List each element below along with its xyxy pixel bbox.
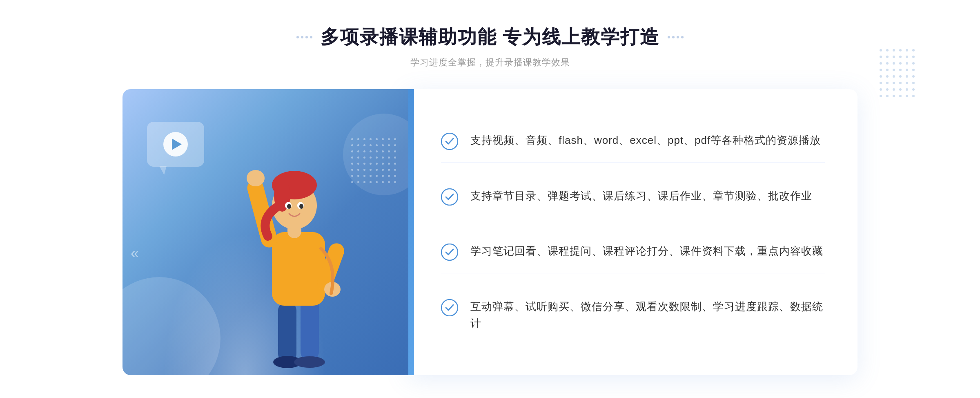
svg-point-20 (441, 300, 458, 316)
play-icon (163, 132, 188, 157)
svg-rect-4 (272, 232, 325, 306)
features-panel: 支持视频、音频、flash、word、excel、ppt、pdf等各种格式的资源… (408, 89, 858, 375)
check-icon-2 (441, 188, 458, 206)
speech-bubble (147, 122, 204, 167)
page-wrapper: (function() { const grid = document.quer… (0, 0, 980, 398)
svg-point-18 (441, 189, 458, 205)
svg-point-19 (441, 244, 458, 260)
svg-point-7 (247, 170, 265, 186)
content-area: « (function() { const grid = document.qu… (122, 89, 858, 375)
svg-point-15 (287, 204, 291, 209)
title-row: 多项录播课辅助功能 专为线上教学打造 (296, 25, 684, 50)
svg-rect-0 (278, 302, 296, 363)
side-accent-bar (408, 89, 414, 375)
feature-item-2: 支持章节目录、弹题考试、课后练习、课后作业、章节测验、批改作业 (441, 175, 825, 218)
svg-point-3 (294, 356, 325, 368)
check-icon-4 (441, 299, 458, 316)
feature-text-1: 支持视频、音频、flash、word、excel、ppt、pdf等各种格式的资源… (470, 132, 821, 149)
feature-item-3: 学习笔记回看、课程提问、课程评论打分、课件资料下载，重点内容收藏 (441, 230, 825, 273)
header-section: 多项录播课辅助功能 专为线上教学打造 学习进度全掌握，提升录播课教学效果 (0, 25, 980, 69)
svg-point-17 (441, 133, 458, 150)
title-dots-left (296, 36, 312, 38)
play-triangle (172, 139, 182, 150)
feature-item-4: 互动弹幕、试听购买、微信分享、观看次数限制、学习进度跟踪、数据统计 (441, 286, 825, 344)
svg-rect-1 (301, 297, 319, 361)
title-dots-right (668, 36, 684, 38)
illus-chevron: « (131, 246, 139, 261)
feature-text-3: 学习笔记回看、课程提问、课程评论打分、课件资料下载，重点内容收藏 (470, 243, 823, 260)
feature-item-1: 支持视频、音频、flash、word、excel、ppt、pdf等各种格式的资源… (441, 120, 825, 163)
feature-text-2: 支持章节目录、弹题考试、课后练习、课后作业、章节测验、批改作业 (470, 188, 812, 205)
subtitle: 学习进度全掌握，提升录播课教学效果 (410, 56, 570, 69)
check-icon-3 (441, 244, 458, 261)
character-figure (219, 138, 374, 375)
illustration-panel: (function() { const grid = document.quer… (122, 89, 408, 375)
check-icon-1 (441, 133, 458, 150)
main-title: 多项录播课辅助功能 专为线上教学打造 (321, 25, 660, 50)
svg-point-16 (299, 204, 303, 209)
feature-text-4: 互动弹幕、试听购买、微信分享、观看次数限制、学习进度跟踪、数据统计 (470, 298, 825, 332)
